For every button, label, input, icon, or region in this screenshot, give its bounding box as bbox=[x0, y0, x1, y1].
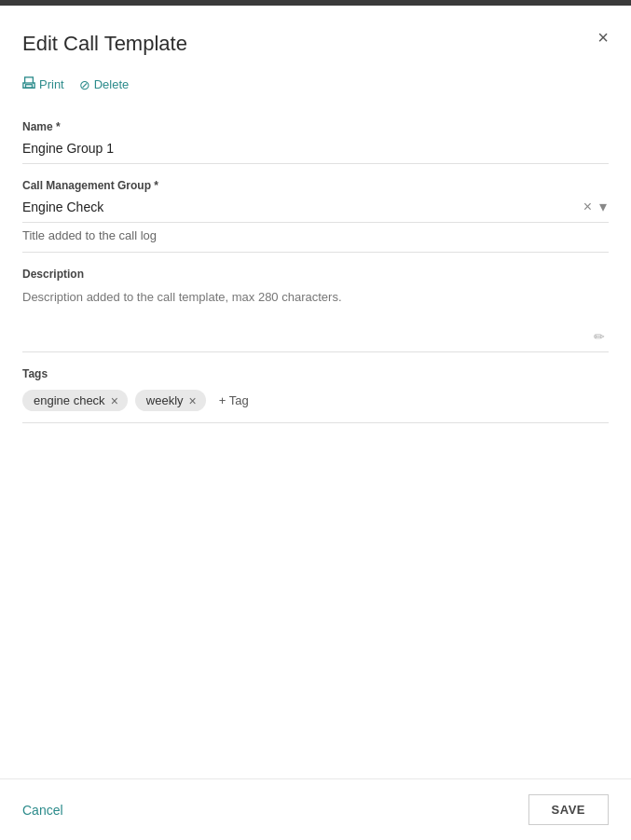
description-wrapper: ✏ bbox=[22, 284, 609, 352]
save-button[interactable]: SAVE bbox=[528, 794, 609, 825]
add-tag-button[interactable]: + Tag bbox=[213, 390, 254, 411]
tags-label: Tags bbox=[22, 367, 609, 380]
title-hint: Title added to the call log bbox=[22, 223, 609, 253]
delete-button[interactable]: ⊘ Delete bbox=[79, 76, 130, 94]
delete-label: Delete bbox=[94, 77, 130, 91]
tag-weekly-text: weekly bbox=[146, 393, 184, 407]
title-hint-group: Title added to the call log bbox=[22, 223, 609, 253]
svg-rect-1 bbox=[26, 85, 33, 89]
description-textarea[interactable] bbox=[22, 284, 609, 348]
tag-engine-check-remove[interactable]: × bbox=[111, 394, 118, 407]
tag-engine-check-text: engine check bbox=[34, 393, 105, 407]
modal-body: Name * Call Management Group * Engine Ch… bbox=[0, 105, 631, 778]
tags-section: Tags engine check × weekly × + Tag bbox=[22, 367, 609, 423]
toolbar: Print ⊘ Delete bbox=[0, 71, 631, 105]
select-clear-button[interactable]: × bbox=[582, 200, 594, 214]
close-button[interactable]: × bbox=[594, 24, 612, 50]
cancel-button[interactable]: Cancel bbox=[22, 795, 63, 825]
print-button[interactable]: Print bbox=[22, 75, 64, 94]
name-input[interactable] bbox=[22, 137, 609, 164]
modal-title: Edit Call Template bbox=[22, 32, 609, 56]
name-field-group: Name * bbox=[22, 120, 609, 164]
description-field-group: Description ✏ bbox=[22, 268, 609, 352]
description-label: Description bbox=[22, 268, 609, 281]
print-label: Print bbox=[39, 77, 64, 91]
call-management-group-select[interactable]: Engine Check × ▾ bbox=[22, 196, 609, 223]
tag-weekly-remove[interactable]: × bbox=[189, 394, 197, 407]
svg-rect-0 bbox=[25, 77, 34, 83]
edit-icon: ✏ bbox=[594, 329, 605, 344]
modal-footer: Cancel SAVE bbox=[0, 778, 631, 840]
modal-header: Edit Call Template × bbox=[0, 6, 631, 71]
select-controls: × ▾ bbox=[582, 200, 609, 214]
tag-engine-check: engine check × bbox=[22, 390, 128, 411]
tag-weekly: weekly × bbox=[135, 390, 206, 411]
delete-icon: ⊘ bbox=[79, 77, 90, 92]
name-label: Name * bbox=[22, 120, 609, 133]
tags-container: engine check × weekly × + Tag bbox=[22, 390, 609, 423]
call-management-group-value: Engine Check bbox=[22, 200, 582, 214]
print-icon bbox=[22, 76, 35, 92]
call-management-group-label: Call Management Group * bbox=[22, 179, 609, 192]
select-dropdown-button[interactable]: ▾ bbox=[597, 200, 609, 214]
edit-call-template-modal: Edit Call Template × Print ⊘ Delete Name… bbox=[0, 0, 631, 840]
call-management-group-field-group: Call Management Group * Engine Check × ▾ bbox=[22, 179, 609, 223]
